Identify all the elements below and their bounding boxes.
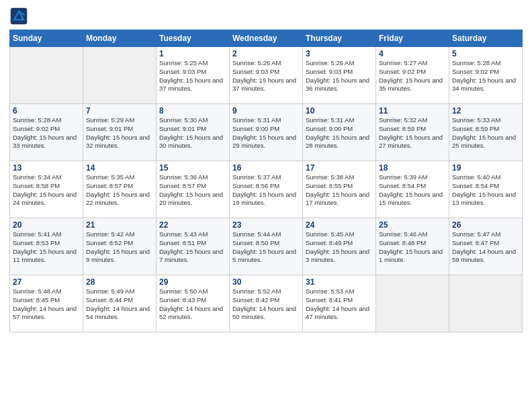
day-number: 27 [13, 277, 80, 287]
week-row-5: 27Sunrise: 5:48 AM Sunset: 8:45 PM Dayli… [10, 275, 523, 332]
calendar-cell: 4Sunrise: 5:27 AM Sunset: 9:02 PM Daylig… [376, 47, 449, 104]
day-number: 24 [306, 220, 373, 230]
day-number: 15 [159, 163, 226, 173]
day-info: Sunrise: 5:30 AM Sunset: 9:01 PM Dayligh… [159, 116, 226, 150]
day-number: 10 [306, 106, 373, 116]
calendar-cell [83, 47, 157, 104]
day-info: Sunrise: 5:52 AM Sunset: 8:42 PM Dayligh… [232, 287, 300, 322]
calendar-cell: 11Sunrise: 5:32 AM Sunset: 8:59 PM Dayli… [376, 104, 449, 161]
calendar-cell: 26Sunrise: 5:47 AM Sunset: 8:47 PM Dayli… [449, 218, 523, 275]
day-number: 30 [232, 277, 300, 287]
day-info: Sunrise: 5:34 AM Sunset: 8:58 PM Dayligh… [13, 173, 80, 208]
day-info: Sunrise: 5:49 AM Sunset: 8:44 PM Dayligh… [86, 287, 153, 322]
day-info: Sunrise: 5:26 AM Sunset: 9:03 PM Dayligh… [232, 59, 300, 93]
day-info: Sunrise: 5:44 AM Sunset: 8:50 PM Dayligh… [232, 230, 300, 265]
calendar-cell: 22Sunrise: 5:43 AM Sunset: 8:51 PM Dayli… [157, 218, 230, 275]
day-number: 7 [86, 106, 153, 116]
weekday-header-tuesday: Tuesday [157, 30, 230, 47]
calendar: SundayMondayTuesdayWednesdayThursdayFrid… [9, 30, 523, 332]
weekday-header-thursday: Thursday [303, 30, 376, 47]
calendar-cell [376, 275, 449, 332]
week-row-4: 20Sunrise: 5:41 AM Sunset: 8:53 PM Dayli… [10, 218, 523, 275]
day-number: 4 [379, 49, 446, 58]
calendar-cell [10, 47, 83, 104]
day-info: Sunrise: 5:39 AM Sunset: 8:54 PM Dayligh… [379, 173, 446, 208]
calendar-cell: 6Sunrise: 5:28 AM Sunset: 9:02 PM Daylig… [10, 104, 83, 161]
calendar-cell: 10Sunrise: 5:31 AM Sunset: 9:00 PM Dayli… [303, 104, 376, 161]
day-number: 14 [86, 163, 153, 173]
day-info: Sunrise: 5:28 AM Sunset: 9:02 PM Dayligh… [13, 116, 80, 150]
day-info: Sunrise: 5:29 AM Sunset: 9:01 PM Dayligh… [86, 116, 153, 150]
day-info: Sunrise: 5:35 AM Sunset: 8:57 PM Dayligh… [86, 173, 153, 208]
page: SundayMondayTuesdayWednesdayThursdayFrid… [0, 0, 532, 411]
day-info: Sunrise: 5:28 AM Sunset: 9:02 PM Dayligh… [452, 59, 519, 93]
day-number: 18 [379, 163, 446, 173]
calendar-cell: 25Sunrise: 5:46 AM Sunset: 8:48 PM Dayli… [376, 218, 449, 275]
calendar-cell: 20Sunrise: 5:41 AM Sunset: 8:53 PM Dayli… [10, 218, 83, 275]
calendar-cell: 27Sunrise: 5:48 AM Sunset: 8:45 PM Dayli… [10, 275, 83, 332]
weekday-header-row: SundayMondayTuesdayWednesdayThursdayFrid… [10, 30, 523, 47]
day-info: Sunrise: 5:42 AM Sunset: 8:52 PM Dayligh… [86, 230, 153, 265]
day-number: 11 [379, 106, 446, 116]
calendar-cell: 12Sunrise: 5:33 AM Sunset: 8:59 PM Dayli… [449, 104, 523, 161]
calendar-cell: 7Sunrise: 5:29 AM Sunset: 9:01 PM Daylig… [83, 104, 157, 161]
day-info: Sunrise: 5:43 AM Sunset: 8:51 PM Dayligh… [159, 230, 226, 265]
day-number: 5 [452, 49, 519, 58]
calendar-cell: 30Sunrise: 5:52 AM Sunset: 8:42 PM Dayli… [230, 275, 303, 332]
day-number: 21 [86, 220, 153, 230]
calendar-cell: 9Sunrise: 5:31 AM Sunset: 9:00 PM Daylig… [230, 104, 303, 161]
calendar-cell: 5Sunrise: 5:28 AM Sunset: 9:02 PM Daylig… [449, 47, 523, 104]
logo-icon [9, 7, 28, 26]
day-number: 31 [306, 277, 373, 287]
day-number: 25 [379, 220, 446, 230]
week-row-1: 1Sunrise: 5:25 AM Sunset: 9:03 PM Daylig… [10, 47, 523, 104]
weekday-header-wednesday: Wednesday [230, 30, 303, 47]
day-number: 3 [306, 49, 373, 58]
day-info: Sunrise: 5:26 AM Sunset: 9:03 PM Dayligh… [306, 59, 373, 93]
day-number: 6 [13, 106, 80, 116]
calendar-cell: 23Sunrise: 5:44 AM Sunset: 8:50 PM Dayli… [230, 218, 303, 275]
calendar-cell: 8Sunrise: 5:30 AM Sunset: 9:01 PM Daylig… [157, 104, 230, 161]
calendar-cell: 17Sunrise: 5:38 AM Sunset: 8:55 PM Dayli… [303, 161, 376, 218]
day-number: 16 [232, 163, 300, 173]
calendar-cell [449, 275, 523, 332]
day-info: Sunrise: 5:50 AM Sunset: 8:43 PM Dayligh… [159, 287, 226, 322]
day-number: 17 [306, 163, 373, 173]
day-info: Sunrise: 5:27 AM Sunset: 9:02 PM Dayligh… [379, 59, 446, 93]
day-info: Sunrise: 5:31 AM Sunset: 9:00 PM Dayligh… [306, 116, 373, 150]
calendar-cell: 31Sunrise: 5:53 AM Sunset: 8:41 PM Dayli… [303, 275, 376, 332]
day-info: Sunrise: 5:41 AM Sunset: 8:53 PM Dayligh… [13, 230, 80, 265]
day-info: Sunrise: 5:40 AM Sunset: 8:54 PM Dayligh… [452, 173, 519, 208]
day-info: Sunrise: 5:48 AM Sunset: 8:45 PM Dayligh… [13, 287, 80, 322]
calendar-cell: 29Sunrise: 5:50 AM Sunset: 8:43 PM Dayli… [157, 275, 230, 332]
day-number: 20 [13, 220, 80, 230]
day-number: 2 [232, 49, 300, 58]
weekday-header-monday: Monday [83, 30, 157, 47]
day-number: 13 [13, 163, 80, 173]
day-number: 19 [452, 163, 519, 173]
calendar-cell: 19Sunrise: 5:40 AM Sunset: 8:54 PM Dayli… [449, 161, 523, 218]
day-number: 23 [232, 220, 300, 230]
day-info: Sunrise: 5:47 AM Sunset: 8:47 PM Dayligh… [452, 230, 519, 265]
weekday-header-sunday: Sunday [10, 30, 83, 47]
day-info: Sunrise: 5:33 AM Sunset: 8:59 PM Dayligh… [452, 116, 519, 150]
day-info: Sunrise: 5:46 AM Sunset: 8:48 PM Dayligh… [379, 230, 446, 265]
day-number: 9 [232, 106, 300, 116]
day-number: 29 [159, 277, 226, 287]
day-number: 28 [86, 277, 153, 287]
calendar-cell: 28Sunrise: 5:49 AM Sunset: 8:44 PM Dayli… [83, 275, 157, 332]
calendar-cell: 15Sunrise: 5:36 AM Sunset: 8:57 PM Dayli… [157, 161, 230, 218]
day-info: Sunrise: 5:31 AM Sunset: 9:00 PM Dayligh… [232, 116, 300, 150]
calendar-cell: 13Sunrise: 5:34 AM Sunset: 8:58 PM Dayli… [10, 161, 83, 218]
calendar-cell: 16Sunrise: 5:37 AM Sunset: 8:56 PM Dayli… [230, 161, 303, 218]
day-info: Sunrise: 5:36 AM Sunset: 8:57 PM Dayligh… [159, 173, 226, 208]
day-info: Sunrise: 5:25 AM Sunset: 9:03 PM Dayligh… [159, 59, 226, 93]
day-number: 12 [452, 106, 519, 116]
weekday-header-saturday: Saturday [449, 30, 523, 47]
calendar-body: 1Sunrise: 5:25 AM Sunset: 9:03 PM Daylig… [10, 47, 523, 332]
day-number: 22 [159, 220, 226, 230]
day-info: Sunrise: 5:53 AM Sunset: 8:41 PM Dayligh… [306, 287, 373, 322]
logo [9, 7, 31, 26]
calendar-cell: 14Sunrise: 5:35 AM Sunset: 8:57 PM Dayli… [83, 161, 157, 218]
calendar-cell: 2Sunrise: 5:26 AM Sunset: 9:03 PM Daylig… [230, 47, 303, 104]
